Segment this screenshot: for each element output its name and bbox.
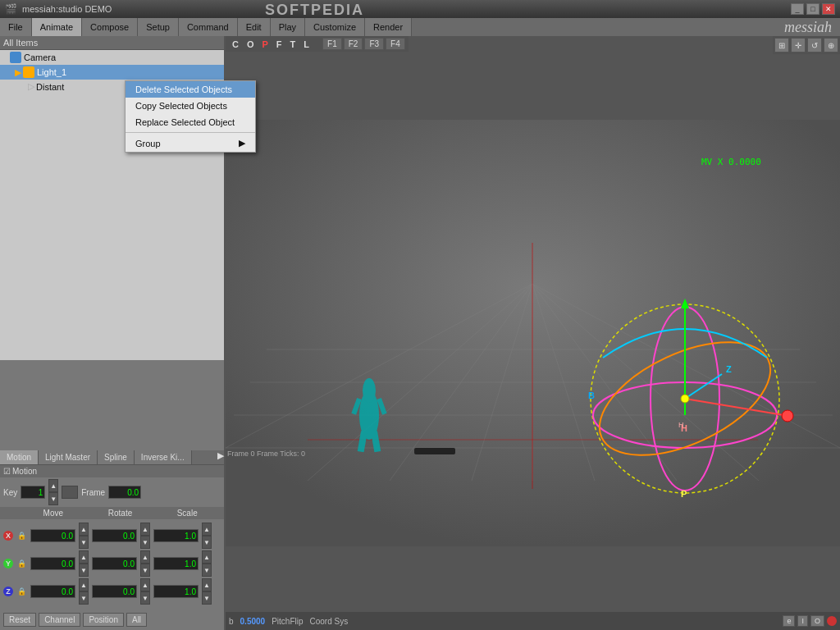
key-down[interactable]: ▼ xyxy=(48,492,58,505)
tab-lightmaster[interactable]: Light Master xyxy=(39,450,98,464)
coord-o-btn[interactable]: O xyxy=(810,615,824,627)
menu-setup[interactable]: Setup xyxy=(138,18,179,36)
z-rot-down[interactable]: ▼ xyxy=(140,591,150,605)
menu-render[interactable]: Render xyxy=(365,18,412,36)
coord-i-btn[interactable]: I xyxy=(797,615,808,627)
x-scale-down[interactable]: ▼ xyxy=(202,536,212,549)
menu-play[interactable]: Play xyxy=(271,18,305,36)
x-rot-spin: ▲ ▼ xyxy=(140,523,150,549)
frame-label: Frame xyxy=(81,488,105,497)
ctx-replace[interactable]: Replace Selected Object xyxy=(126,114,255,130)
y-scale-spin: ▲ ▼ xyxy=(202,550,212,577)
minimize-button[interactable]: _ xyxy=(791,3,804,15)
col-headers: Move Rotate Scale xyxy=(0,507,224,519)
scene-item-camera[interactable]: Camera xyxy=(0,50,224,65)
x-move-down[interactable]: ▼ xyxy=(79,536,89,549)
coord-buttons: e I O xyxy=(783,615,837,627)
z-scale-up[interactable]: ▲ xyxy=(202,578,212,591)
z-scale-input[interactable] xyxy=(153,585,199,598)
camera-icon xyxy=(10,52,21,63)
scene-header-label: All Items xyxy=(3,38,38,48)
titlebar: 🎬 messiah:studio DEMO SOFTPEDIA _ □ ✕ xyxy=(0,0,840,18)
close-button[interactable]: ✕ xyxy=(822,3,835,15)
reset-button[interactable]: Reset xyxy=(3,613,36,627)
key-spinners: ▲ ▼ xyxy=(48,479,58,505)
x-move-spin: ▲ ▼ xyxy=(79,523,89,549)
x-lock-icon[interactable]: 🔒 xyxy=(17,532,26,540)
x-rot-down[interactable]: ▼ xyxy=(140,536,150,549)
tab-arrow[interactable]: ▶ xyxy=(217,450,224,464)
key-up[interactable]: ▲ xyxy=(48,479,58,492)
y-move-spin: ▲ ▼ xyxy=(79,550,89,577)
y-scale-down[interactable]: ▼ xyxy=(202,564,212,577)
main-layout: All Items Camera ▶ Light_1 ▷ Distant xyxy=(0,36,840,630)
position-button[interactable]: Position xyxy=(83,613,124,627)
tab-ik[interactable]: Inverse Ki... xyxy=(135,450,192,464)
motion-checkbox[interactable]: ☑ xyxy=(3,467,11,476)
motion-section: ☑ Motion xyxy=(0,465,224,477)
scene-header: All Items xyxy=(0,36,224,50)
coord-e-btn[interactable]: e xyxy=(783,615,795,627)
svg-rect-39 xyxy=(414,448,455,454)
x-scale-up[interactable]: ▲ xyxy=(202,523,212,536)
ctx-copy[interactable]: Copy Selected Objects xyxy=(126,98,255,114)
viewport[interactable]: C O P F T L F1 F2 F3 F4 ⊞ ✛ ↺ ⊕ xyxy=(226,36,840,630)
z-move-input[interactable] xyxy=(30,585,75,598)
motion-panel: X 🔒 ▲ ▼ ▲ ▼ ▲ ▼ Y xyxy=(0,519,224,609)
menu-command[interactable]: Command xyxy=(179,18,238,36)
z-move-down[interactable]: ▼ xyxy=(79,591,89,605)
y-scale-input[interactable] xyxy=(153,557,199,570)
x-scale-input[interactable] xyxy=(153,529,199,542)
x-move-up[interactable]: ▲ xyxy=(79,523,89,536)
x-rotate-input[interactable] xyxy=(92,529,137,542)
svg-text:MV X  0.0000: MV X 0.0000 xyxy=(701,157,761,167)
x-scale-spin: ▲ ▼ xyxy=(202,523,212,549)
ctx-delete[interactable]: Delete Selected Objects xyxy=(126,81,255,98)
tab-motion[interactable]: Motion xyxy=(0,450,39,464)
coord-sys-label: Coord Sys xyxy=(310,617,349,626)
menu-edit[interactable]: Edit xyxy=(238,18,271,36)
y-scale-up[interactable]: ▲ xyxy=(202,550,212,564)
channel-button[interactable]: Channel xyxy=(39,613,80,627)
motion-label: Motion xyxy=(12,467,37,476)
menu-animate[interactable]: Animate xyxy=(32,18,82,36)
key-label: Key xyxy=(3,488,17,497)
svg-text:P: P xyxy=(681,489,687,499)
z-scale-down[interactable]: ▼ xyxy=(202,591,212,605)
x-move-input[interactable] xyxy=(30,529,75,542)
panel-tabs: Motion Light Master Spline Inverse Ki...… xyxy=(0,450,224,465)
ctx-separator xyxy=(126,132,255,133)
y-move-up[interactable]: ▲ xyxy=(79,550,89,564)
scene-item-light1[interactable]: ▶ Light_1 xyxy=(0,65,224,80)
ctx-group[interactable]: Group ▶ xyxy=(126,135,255,152)
x-rot-up[interactable]: ▲ xyxy=(140,523,150,536)
z-lock-icon[interactable]: 🔒 xyxy=(17,587,26,596)
svg-text:Frame 0    Frame Ticks: 0: Frame 0 Frame Ticks: 0 xyxy=(227,450,305,458)
col-move: Move xyxy=(20,509,87,518)
menu-compose[interactable]: Compose xyxy=(82,18,138,36)
channel-row: Reset Channel Position All xyxy=(0,609,224,630)
distant-label: Distant xyxy=(36,82,64,92)
menu-file[interactable]: File xyxy=(0,18,32,36)
title-text: messiah:studio DEMO xyxy=(22,4,112,14)
y-move-input[interactable] xyxy=(30,557,75,570)
all-button[interactable]: All xyxy=(126,613,147,627)
y-lock-icon[interactable]: 🔒 xyxy=(17,559,26,568)
z-rot-up[interactable]: ▲ xyxy=(140,578,150,591)
key-input[interactable] xyxy=(21,486,45,499)
frame-input[interactable] xyxy=(108,486,141,499)
y-rot-down[interactable]: ▼ xyxy=(140,564,150,577)
z-rotate-input[interactable] xyxy=(92,585,137,598)
menubar: File Animate Compose Setup Command Edit … xyxy=(0,18,840,36)
z-move-up[interactable]: ▲ xyxy=(79,578,89,591)
tab-spline[interactable]: Spline xyxy=(98,450,135,464)
menu-customize[interactable]: Customize xyxy=(305,18,365,36)
col-rotate: Rotate xyxy=(87,509,154,518)
axis-row-x: X 🔒 ▲ ▼ ▲ ▼ ▲ ▼ xyxy=(3,523,221,549)
y-rotate-input[interactable] xyxy=(92,557,137,570)
coord-bar: b 0.5000 PitchFlip Coord Sys e I O xyxy=(226,612,840,630)
pitchflip-label: PitchFlip xyxy=(272,617,303,626)
y-move-down[interactable]: ▼ xyxy=(79,564,89,577)
maximize-button[interactable]: □ xyxy=(806,3,819,15)
y-rot-up[interactable]: ▲ xyxy=(140,550,150,564)
